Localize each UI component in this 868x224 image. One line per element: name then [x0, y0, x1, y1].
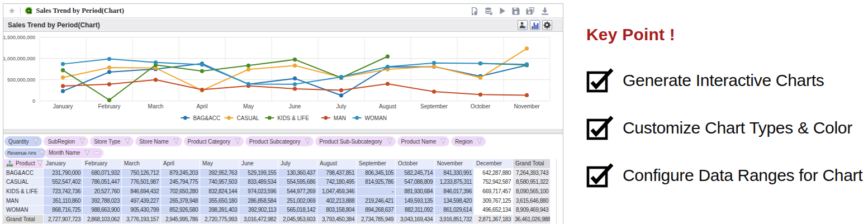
field-chip-revenue-amo[interactable]: Revenue Amo: [4, 148, 46, 158]
field-chip-quantity[interactable]: Quantity: [4, 136, 42, 146]
data-point[interactable]: [107, 82, 111, 86]
column-header-january[interactable]: January: [44, 159, 83, 169]
column-header-october[interactable]: October: [396, 159, 435, 169]
column-header-may[interactable]: May: [200, 159, 239, 169]
legend-item-kids-life[interactable]: KIDS & LIFE: [265, 115, 309, 121]
row-header-product[interactable]: Product: [4, 159, 44, 169]
legend-item-man[interactable]: MAN: [321, 115, 346, 121]
data-point[interactable]: [61, 75, 65, 79]
data-point[interactable]: [107, 57, 111, 61]
field-chip-region[interactable]: Region: [451, 136, 486, 146]
legend-item-bag-acc[interactable]: BAG&ACC: [181, 115, 220, 121]
field-chip-subregion[interactable]: SubRegion: [44, 136, 88, 146]
data-point[interactable]: [200, 63, 204, 66]
column-header-grand-total[interactable]: Grand Total: [513, 159, 551, 169]
minus-icon[interactable]: [92, 151, 100, 155]
grid-scrollbar[interactable]: [556, 159, 557, 224]
data-point[interactable]: [154, 60, 158, 64]
legend-item-casual[interactable]: CASUAL: [225, 115, 259, 121]
data-point[interactable]: [246, 82, 250, 86]
chart-type-button[interactable]: [530, 20, 540, 30]
filter-funnel-icon[interactable]: [385, 139, 392, 144]
legend-label: CASUAL: [237, 115, 259, 121]
data-point[interactable]: [432, 89, 436, 93]
column-header-june[interactable]: June: [239, 159, 278, 169]
data-point[interactable]: [386, 65, 390, 69]
column-header-november[interactable]: November: [435, 159, 474, 169]
data-point[interactable]: [525, 93, 529, 97]
field-chip-product-subcategory[interactable]: Product Subcategory: [245, 136, 314, 146]
row-label[interactable]: KIDS & LIFE: [4, 187, 44, 196]
save-icon[interactable]: [512, 7, 520, 15]
user-filter-button[interactable]: [518, 20, 528, 30]
data-point[interactable]: [61, 62, 65, 66]
data-point[interactable]: [525, 63, 529, 66]
data-point[interactable]: [478, 93, 482, 97]
data-point[interactable]: [61, 68, 65, 72]
column-header-february[interactable]: February: [83, 159, 122, 169]
data-point[interactable]: [339, 93, 343, 97]
data-point[interactable]: [61, 89, 65, 93]
run-icon[interactable]: [499, 7, 506, 15]
row-label[interactable]: MAN: [4, 196, 44, 206]
export-file-icon[interactable]: [471, 7, 478, 15]
row-label[interactable]: CASUAL: [4, 178, 44, 187]
filter-funnel-icon[interactable]: [37, 160, 43, 166]
data-point[interactable]: [432, 61, 436, 65]
field-chip-store-name[interactable]: Store Name: [135, 136, 182, 146]
data-point[interactable]: [478, 61, 482, 65]
data-point[interactable]: [293, 58, 297, 61]
column-header-april[interactable]: April: [161, 159, 200, 169]
data-point[interactable]: [61, 84, 65, 88]
save-as-icon[interactable]: [526, 7, 535, 15]
column-header-july[interactable]: July: [278, 159, 317, 169]
row-label[interactable]: Grand Total: [4, 215, 44, 224]
download-icon[interactable]: [541, 7, 549, 15]
data-point[interactable]: [200, 69, 204, 73]
favorite-star-icon[interactable]: ★: [8, 7, 16, 15]
database-icon[interactable]: [485, 7, 493, 15]
column-header-march[interactable]: March: [122, 159, 161, 169]
field-chip-store-type[interactable]: Store Type: [90, 136, 134, 146]
filter-funnel-icon[interactable]: [233, 139, 240, 144]
filter-funnel-icon[interactable]: [438, 139, 446, 144]
data-point[interactable]: [525, 46, 529, 50]
field-chip-product-sub-subcategory[interactable]: Product Sub-Subcategory: [315, 136, 395, 146]
field-chip-product-name[interactable]: Product Name: [397, 136, 450, 146]
row-label[interactable]: WOMAN: [4, 205, 44, 215]
data-point[interactable]: [339, 75, 343, 79]
column-header-september[interactable]: September: [357, 159, 396, 169]
data-point[interactable]: [107, 70, 111, 74]
field-chip-month-name[interactable]: Month Name: [45, 148, 103, 158]
data-point[interactable]: [107, 98, 111, 102]
filter-funnel-icon[interactable]: [122, 139, 130, 144]
data-point[interactable]: [386, 82, 390, 86]
data-point[interactable]: [293, 64, 297, 68]
data-point[interactable]: [246, 68, 250, 72]
data-point[interactable]: [478, 75, 482, 79]
filter-funnel-icon[interactable]: [82, 150, 90, 156]
data-point[interactable]: [200, 88, 204, 92]
data-point[interactable]: [293, 82, 297, 86]
data-point[interactable]: [386, 54, 390, 58]
settings-gear-button[interactable]: [542, 20, 552, 30]
chart-panel[interactable]: 0500,000,0001,000,000,0001,500,000,000Ja…: [3, 32, 563, 130]
field-chip-product-category[interactable]: Product Category: [184, 136, 244, 146]
filter-funnel-icon[interactable]: [77, 139, 85, 144]
data-point[interactable]: [154, 78, 158, 82]
data-point[interactable]: [107, 65, 111, 69]
filter-funnel-icon[interactable]: [475, 139, 482, 144]
data-point[interactable]: [339, 88, 343, 92]
row-label[interactable]: BAG&ACC: [4, 168, 44, 178]
panel-splitter[interactable]: [3, 130, 563, 134]
column-header-december[interactable]: December: [474, 159, 513, 169]
filter-funnel-icon[interactable]: [171, 139, 179, 144]
data-point[interactable]: [293, 77, 297, 80]
data-point[interactable]: [293, 87, 297, 90]
value-cell: 134,598,420: [435, 196, 474, 206]
data-point[interactable]: [246, 64, 250, 68]
filter-funnel-icon[interactable]: [31, 139, 39, 144]
column-header-august[interactable]: August: [317, 159, 357, 169]
filter-funnel-icon[interactable]: [302, 139, 310, 144]
legend-item-woman[interactable]: WOMAN: [353, 115, 387, 121]
